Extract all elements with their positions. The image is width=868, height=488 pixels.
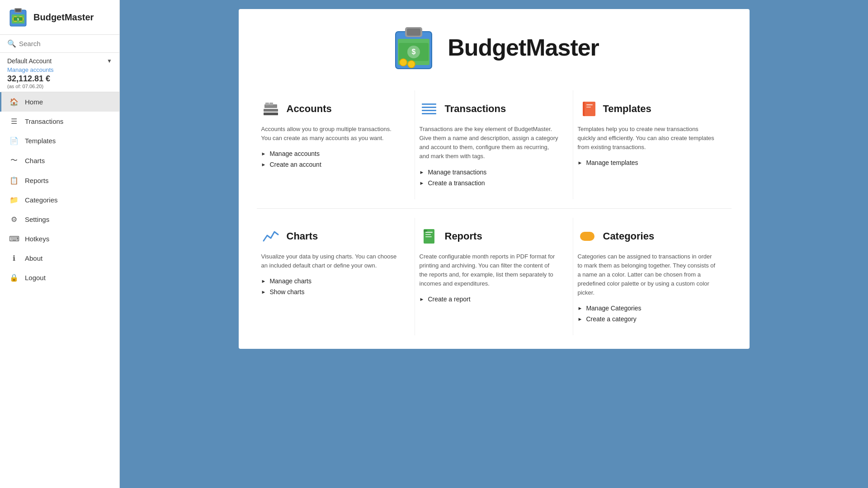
svg-rect-17 <box>264 113 278 115</box>
categories-icon <box>578 227 597 246</box>
sidebar-item-categories-label: Categories <box>25 196 58 204</box>
sidebar-item-transactions-label: Transactions <box>25 117 63 125</box>
arrow-icon: ► <box>261 289 266 295</box>
section-templates-header: Templates <box>578 99 717 118</box>
app-logo-large: $ <box>389 23 439 72</box>
svg-text:$: $ <box>412 48 416 56</box>
section-reports-title: Reports <box>445 230 482 242</box>
sidebar-item-about[interactable]: ℹ About <box>0 249 119 268</box>
svg-rect-31 <box>425 232 433 233</box>
account-dropdown[interactable]: Default Account ▼ <box>7 57 112 65</box>
sidebar-item-about-label: About <box>25 254 42 262</box>
arrow-icon: ► <box>578 305 583 311</box>
chart-icon: 〜 <box>9 156 19 165</box>
category-icon: 📁 <box>9 196 19 204</box>
main-content: $ BudgetMaster Accounts Accounts allow y… <box>120 0 868 488</box>
settings-icon: ⚙ <box>9 215 19 224</box>
sidebar-item-charts-label: Charts <box>25 157 45 164</box>
section-accounts: Accounts Accounts allow you to group mul… <box>257 90 415 199</box>
sidebar-item-logout-label: Logout <box>25 274 46 282</box>
svg-rect-20 <box>265 103 269 105</box>
sidebar-logo: $ BudgetMaster <box>0 0 119 35</box>
manage-charts-link[interactable]: ► Manage charts <box>261 277 401 285</box>
sidebar-item-settings[interactable]: ⚙ Settings <box>0 210 119 229</box>
sidebar-navigation: 🏠 Home ☰ Transactions 📄 Templates 〜 Char… <box>0 92 119 488</box>
search-area[interactable]: 🔍 <box>0 35 119 53</box>
svg-rect-21 <box>269 103 273 105</box>
account-balance: 32,112.81 € <box>7 74 112 84</box>
svg-rect-32 <box>425 234 431 235</box>
transactions-icon <box>420 99 439 118</box>
manage-categories-link[interactable]: ► Manage Categories <box>578 305 717 312</box>
section-charts-title: Charts <box>287 230 318 242</box>
sidebar-item-hotkeys-label: Hotkeys <box>25 235 49 243</box>
svg-rect-25 <box>422 113 436 114</box>
section-reports-header: Reports <box>420 227 559 246</box>
create-account-link[interactable]: ► Create an account <box>261 161 401 168</box>
sidebar-item-reports-label: Reports <box>25 177 49 184</box>
section-divider <box>257 208 731 209</box>
account-date: (as of: 07.06.20) <box>7 84 112 89</box>
svg-rect-27 <box>585 102 595 116</box>
manage-templates-link[interactable]: ► Manage templates <box>578 159 717 166</box>
svg-rect-24 <box>422 110 436 111</box>
svg-point-15 <box>400 59 407 66</box>
section-templates-desc: Templates help you to create new transac… <box>578 125 717 152</box>
manage-transactions-link[interactable]: ► Manage transactions <box>420 169 559 176</box>
svg-rect-35 <box>580 232 594 241</box>
manage-accounts-sidebar-link[interactable]: Manage accounts <box>7 66 112 73</box>
sidebar-item-home-label: Home <box>25 98 43 106</box>
svg-point-16 <box>408 61 415 68</box>
sidebar-item-transactions[interactable]: ☰ Transactions <box>0 112 119 131</box>
reports-icon <box>420 227 439 246</box>
create-category-link[interactable]: ► Create a category <box>578 315 717 323</box>
svg-rect-28 <box>586 104 593 105</box>
app-name: BudgetMaster <box>33 12 94 23</box>
search-input[interactable] <box>19 40 112 47</box>
section-transactions-header: Transactions <box>420 99 559 118</box>
content-card: $ BudgetMaster Accounts Accounts allow y… <box>239 9 750 349</box>
section-charts-desc: Visualize your data by using charts. You… <box>261 252 401 270</box>
sidebar-item-settings-label: Settings <box>25 216 49 223</box>
manage-accounts-link[interactable]: ► Manage accounts <box>261 150 401 157</box>
sidebar-item-logout[interactable]: 🔒 Logout <box>0 268 119 287</box>
report-icon: 📋 <box>9 176 19 185</box>
account-section: Default Account ▼ Manage accounts 32,112… <box>0 53 119 92</box>
sidebar-item-home[interactable]: 🏠 Home <box>0 92 119 112</box>
show-charts-link[interactable]: ► Show charts <box>261 288 401 296</box>
svg-rect-10 <box>407 28 420 36</box>
charts-icon <box>261 227 280 246</box>
section-reports: Reports Create configurable month report… <box>415 218 573 336</box>
section-categories-header: Categories <box>578 227 717 246</box>
svg-rect-33 <box>425 236 432 237</box>
section-charts: Charts Visualize your data by using char… <box>257 218 415 336</box>
arrow-icon: ► <box>420 180 425 186</box>
sidebar-item-charts[interactable]: 〜 Charts <box>0 150 119 171</box>
arrow-icon: ► <box>578 316 583 322</box>
sidebar-item-templates-label: Templates <box>25 137 56 145</box>
arrow-icon: ► <box>261 278 266 284</box>
create-transaction-link[interactable]: ► Create a transaction <box>420 179 559 187</box>
svg-rect-22 <box>422 103 436 105</box>
sidebar-item-templates[interactable]: 📄 Templates <box>0 131 119 150</box>
search-icon: 🔍 <box>7 39 16 48</box>
section-transactions-desc: Transactions are the key element of Budg… <box>420 125 559 161</box>
dropdown-arrow-icon: ▼ <box>107 58 112 64</box>
create-report-link[interactable]: ► Create a report <box>420 296 559 303</box>
section-charts-header: Charts <box>261 227 401 246</box>
arrow-icon: ► <box>420 169 425 175</box>
sidebar-item-hotkeys[interactable]: ⌨ Hotkeys <box>0 229 119 249</box>
section-categories: Categories Categories can be assigned to… <box>573 218 731 336</box>
app-header: $ BudgetMaster <box>257 23 731 72</box>
templates-icon <box>578 99 597 118</box>
svg-rect-2 <box>15 9 21 12</box>
svg-text:$: $ <box>17 18 19 21</box>
arrow-icon: ► <box>261 162 266 167</box>
sidebar-item-categories[interactable]: 📁 Categories <box>0 190 119 210</box>
sections-grid: Accounts Accounts allow you to group mul… <box>257 90 731 335</box>
svg-rect-29 <box>586 107 591 108</box>
sidebar-item-reports[interactable]: 📋 Reports <box>0 171 119 190</box>
section-transactions-title: Transactions <box>445 103 506 115</box>
section-transactions: Transactions Transactions are the key el… <box>415 90 573 199</box>
account-name: Default Account <box>7 57 52 65</box>
